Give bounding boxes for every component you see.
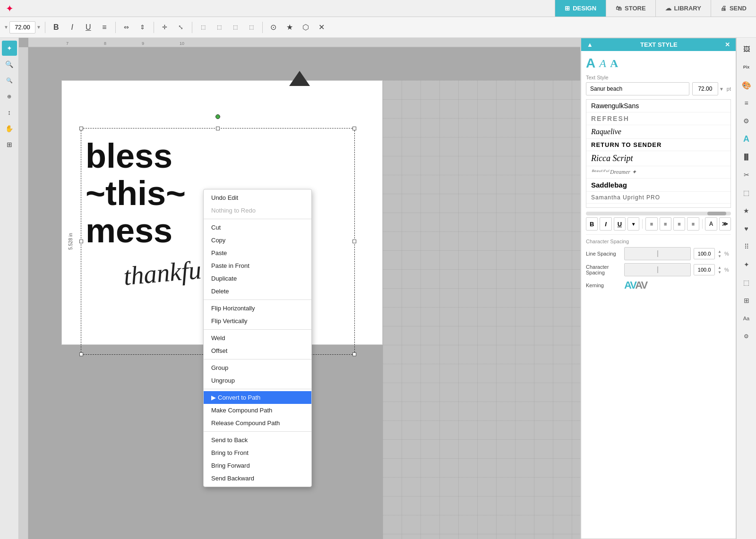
- ctx-flip-v[interactable]: Flip Vertically: [204, 315, 311, 327]
- right-star-icon[interactable]: ★: [738, 202, 755, 219]
- font-item-sana[interactable]: Sana: [586, 204, 730, 208]
- font-size-dropdown-arrow2[interactable]: ▼: [36, 25, 41, 30]
- space-v-button[interactable]: ⇕: [136, 20, 150, 34]
- ctx-delete[interactable]: Delete: [204, 285, 311, 298]
- ctx-convert-to-path[interactable]: ▶ Convert to Path: [204, 391, 311, 404]
- line-spacing-value[interactable]: [694, 248, 715, 259]
- font-style-A-solid[interactable]: A: [586, 56, 595, 71]
- underline-fmt-btn[interactable]: U: [614, 217, 626, 231]
- handle-top-left[interactable]: [79, 127, 83, 130]
- ctx-flip-h[interactable]: Flip Horizontally: [204, 302, 311, 315]
- transform-3[interactable]: ⬚: [228, 20, 242, 34]
- font-style-A-script[interactable]: A: [610, 57, 618, 70]
- font-name-input[interactable]: [586, 82, 689, 95]
- right-colors-icon[interactable]: 🎨: [738, 77, 755, 94]
- transform-2[interactable]: ⬚: [212, 20, 226, 34]
- fit-tool[interactable]: ⊕: [2, 89, 17, 104]
- italic-button[interactable]: I: [65, 20, 79, 34]
- nav-tab-send[interactable]: 🖨 SEND: [711, 0, 756, 17]
- font-color-btn[interactable]: A: [705, 217, 717, 231]
- close-button[interactable]: ✕: [315, 20, 329, 34]
- ctx-group[interactable]: Group: [204, 361, 311, 374]
- font-item-ricca[interactable]: Ricca Script: [586, 151, 730, 166]
- move-tool[interactable]: ↕: [2, 105, 17, 120]
- font-item-samantha[interactable]: Samantha Upright PRO: [586, 192, 730, 204]
- ctx-send-back[interactable]: Send to Back: [204, 434, 311, 446]
- canvas-text-bless[interactable]: bless ~this~ mess: [86, 137, 186, 250]
- nav-tab-store[interactable]: 🛍 STORE: [606, 0, 655, 17]
- ctx-paste[interactable]: Paste: [204, 247, 311, 259]
- panel-collapse-icon[interactable]: ▲: [587, 41, 593, 48]
- cube-tool[interactable]: ⬡: [299, 20, 313, 34]
- font-item-rawengulk[interactable]: RawengulkSans: [586, 100, 730, 112]
- right-grid-icon[interactable]: ⊞: [738, 292, 755, 309]
- handle-mid-left[interactable]: [79, 240, 83, 243]
- font-item-saddlebag[interactable]: Saddlebag: [586, 179, 730, 192]
- ctx-release-compound[interactable]: Release Compound Path: [204, 417, 311, 429]
- bold-button[interactable]: B: [49, 20, 63, 34]
- align-justify-btn[interactable]: ≡: [687, 217, 699, 231]
- line-spacing-up[interactable]: ▲: [718, 249, 722, 254]
- handle-top-mid[interactable]: [216, 127, 220, 130]
- right-scissors-icon[interactable]: ✂: [738, 166, 755, 183]
- align-button[interactable]: ≡: [97, 20, 112, 34]
- star-tool[interactable]: ★: [283, 20, 297, 34]
- right-pix-icon[interactable]: Pix: [738, 59, 755, 76]
- underline-button[interactable]: U: [81, 20, 95, 34]
- handle-top-right[interactable]: [352, 127, 356, 130]
- line-spacing-arrows[interactable]: ▲ ▼: [718, 249, 722, 258]
- ctx-copy[interactable]: Copy: [204, 234, 311, 247]
- right-text-icon[interactable]: A: [738, 130, 755, 147]
- resize-button[interactable]: ⤡: [174, 20, 188, 34]
- line-spacing-slider[interactable]: [624, 247, 691, 260]
- nav-tab-design[interactable]: ⊞ DESIGN: [555, 0, 606, 17]
- more-fmt-btn[interactable]: ▼: [627, 217, 639, 231]
- right-star2-icon[interactable]: ✦: [738, 256, 755, 273]
- right-heart-icon[interactable]: ♥: [738, 220, 755, 237]
- align-left-btn[interactable]: ≡: [645, 217, 657, 231]
- ctx-offset[interactable]: Offset: [204, 344, 311, 357]
- char-spacing-arrows[interactable]: ▲ ▼: [718, 265, 722, 274]
- char-spacing-slider[interactable]: [624, 263, 691, 276]
- rotate-handle[interactable]: [215, 114, 220, 119]
- char-spacing-up[interactable]: ▲: [718, 265, 722, 270]
- font-item-return[interactable]: RETURN TO SENDER: [586, 139, 730, 151]
- weld-button[interactable]: ⊙: [266, 20, 281, 34]
- font-list-scrollbar[interactable]: [586, 212, 731, 215]
- align-right-btn[interactable]: ≡: [673, 217, 685, 231]
- right-lines-icon[interactable]: ≡: [738, 94, 755, 111]
- right-images-icon[interactable]: 🖼: [738, 41, 755, 58]
- transform-1[interactable]: ⬚: [196, 20, 210, 34]
- kerning-preview[interactable]: AVAV: [624, 279, 647, 291]
- right-dots-icon[interactable]: ⠿: [738, 238, 755, 255]
- ctx-cut[interactable]: Cut: [204, 221, 311, 234]
- font-item-refresh[interactable]: REFRESH: [586, 112, 730, 125]
- right-layers-icon[interactable]: ⬚: [738, 274, 755, 291]
- add-tool[interactable]: ⊞: [2, 137, 17, 152]
- scroll-up-indicator[interactable]: [289, 71, 310, 86]
- font-size-input[interactable]: 72.00: [9, 21, 35, 34]
- nav-tab-library[interactable]: ☁ LIBRARY: [655, 0, 711, 17]
- ctx-paste-in-front[interactable]: Paste in Front: [204, 259, 311, 272]
- zoom-out-tool[interactable]: 🔍: [2, 73, 17, 88]
- font-extra-btn[interactable]: ≫: [719, 217, 731, 231]
- transform-4[interactable]: ⬚: [244, 20, 258, 34]
- char-spacing-value[interactable]: [694, 264, 715, 275]
- space-h-button[interactable]: ⇔: [120, 20, 134, 34]
- zoom-in-tool[interactable]: 🔍: [2, 57, 17, 72]
- panel-close-icon[interactable]: ✕: [725, 41, 730, 48]
- line-spacing-down[interactable]: ▼: [718, 254, 722, 258]
- ctx-weld[interactable]: Weld: [204, 332, 311, 344]
- font-list[interactable]: RawengulkSans REFRESH Raquelive RETURN T…: [586, 99, 731, 208]
- font-size-panel-input[interactable]: [692, 82, 718, 95]
- ctx-ungroup[interactable]: Ungroup: [204, 374, 311, 387]
- handle-mid-right[interactable]: [352, 240, 356, 243]
- right-text2-icon[interactable]: Aa: [738, 310, 755, 327]
- font-item-raquelive[interactable]: Raquelive: [586, 125, 730, 139]
- ctx-bring-forward[interactable]: Bring Forward: [204, 459, 311, 472]
- right-settings-icon[interactable]: ⚙: [738, 112, 755, 129]
- char-spacing-down[interactable]: ▼: [718, 270, 722, 274]
- font-size-dropdown[interactable]: ▼: [719, 86, 724, 92]
- move-button[interactable]: ✛: [158, 20, 172, 34]
- right-settings2-icon[interactable]: ⚙: [738, 328, 755, 345]
